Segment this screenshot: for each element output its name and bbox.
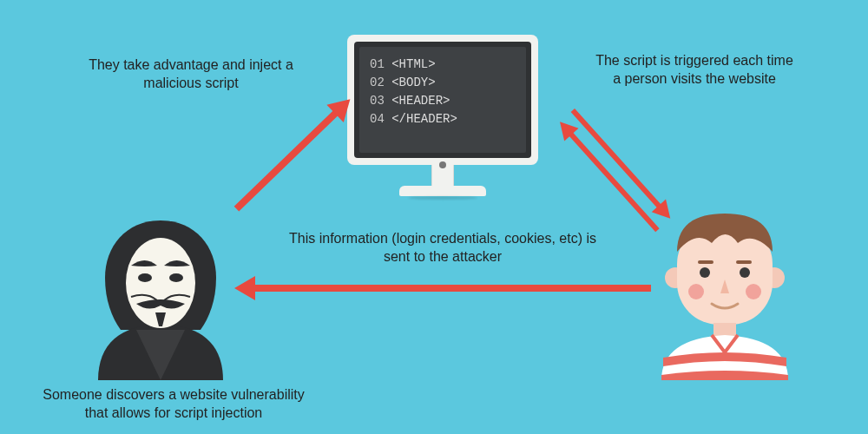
code-txt-2: <BODY> — [391, 76, 435, 89]
arrow-computer-user-bidirectional — [522, 75, 694, 247]
code-txt-1: <HTML> — [391, 57, 435, 71]
code-line-1: 01 <HTML> — [370, 56, 516, 74]
code-line-4: 04 </HEADER> — [370, 110, 516, 128]
svg-point-1 — [138, 273, 152, 282]
code-num-4: 04 — [370, 112, 391, 126]
user-illustration — [651, 208, 799, 385]
svg-rect-8 — [698, 260, 713, 264]
label-inject: They take advantage and inject a malicio… — [87, 56, 295, 93]
hacker-illustration — [82, 217, 239, 385]
label-discover: Someone discovers a website vulnerabilit… — [35, 386, 312, 423]
code-num-2: 02 — [370, 76, 391, 89]
monitor-bezel: 01 <HTML> 02 <BODY> 03 <HEADER> 04 </HEA… — [354, 42, 531, 158]
svg-rect-9 — [736, 260, 752, 264]
svg-point-10 — [688, 284, 704, 299]
code-num-3: 03 — [370, 94, 391, 108]
user-icon — [651, 208, 799, 382]
monitor-screen: 01 <HTML> 02 <BODY> 03 <HEADER> 04 </HEA… — [359, 47, 526, 153]
computer-illustration: 01 <HTML> 02 <BODY> 03 <HEADER> 04 </HEA… — [347, 35, 538, 196]
code-line-3: 03 <HEADER> — [370, 92, 516, 110]
svg-point-7 — [740, 267, 750, 278]
svg-rect-12 — [713, 323, 736, 337]
code-txt-4: </HEADER> — [391, 112, 457, 126]
code-line-2: 02 <BODY> — [370, 74, 516, 92]
svg-point-6 — [700, 267, 710, 278]
svg-point-11 — [746, 284, 761, 299]
monitor-led — [439, 161, 446, 168]
svg-point-2 — [169, 273, 183, 282]
label-trigger: The script is triggered each time a pers… — [590, 52, 799, 89]
label-send: This information (login credentials, coo… — [286, 230, 599, 266]
code-txt-3: <HEADER> — [391, 94, 450, 108]
arrow-user-to-hacker — [234, 279, 642, 297]
monitor-frame: 01 <HTML> 02 <BODY> 03 <HEADER> 04 </HEA… — [347, 35, 538, 165]
hacker-icon — [82, 217, 239, 382]
monitor-base — [399, 186, 486, 196]
code-num-1: 01 — [370, 57, 391, 71]
